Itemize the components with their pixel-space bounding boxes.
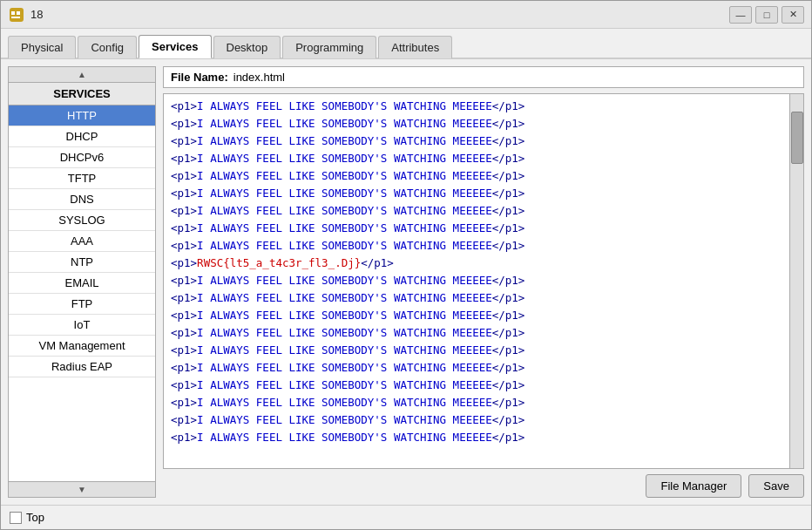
content-line: <p1>I ALWAYS FEEL LIKE SOMEBODY'S WATCHI…: [171, 202, 782, 220]
sidebar-item-ntp[interactable]: NTP: [9, 252, 155, 273]
window-title: 18: [30, 8, 729, 21]
sidebar-item-http[interactable]: HTTP: [9, 105, 155, 126]
minimize-button[interactable]: —: [729, 6, 752, 24]
sidebar-item-dhcp[interactable]: DHCP: [9, 126, 155, 147]
sidebar-list: HTTPDHCPDHCPv6TFTPDNSSYSLOGAAANTPEMAILFT…: [9, 105, 155, 481]
content-line: <p1>I ALWAYS FEEL LIKE SOMEBODY'S WATCHI…: [171, 289, 782, 307]
tab-bar: Physical Config Services Desktop Program…: [1, 29, 811, 59]
content-line: <p1>I ALWAYS FEEL LIKE SOMEBODY'S WATCHI…: [171, 359, 782, 377]
content-line: <p1>I ALWAYS FEEL LIKE SOMEBODY'S WATCHI…: [171, 429, 782, 446]
content-line: <p1>I ALWAYS FEEL LIKE SOMEBODY'S WATCHI…: [171, 377, 782, 394]
content-line: <p1>I ALWAYS FEEL LIKE SOMEBODY'S WATCHI…: [171, 237, 782, 255]
sidebar-header: SERVICES: [9, 83, 155, 105]
filename-bar: File Name: index.html: [163, 66, 804, 88]
sidebar-item-email[interactable]: EMAIL: [9, 273, 155, 294]
content-line: <p1>I ALWAYS FEEL LIKE SOMEBODY'S WATCHI…: [171, 324, 782, 342]
tab-services[interactable]: Services: [139, 35, 212, 58]
maximize-button[interactable]: □: [755, 6, 778, 24]
sidebar-item-ftp[interactable]: FTP: [9, 294, 155, 315]
close-button[interactable]: ✕: [782, 6, 804, 24]
sidebar-item-aaa[interactable]: AAA: [9, 231, 155, 252]
scrollbar-thumb[interactable]: [791, 112, 803, 164]
tab-attributes[interactable]: Attributes: [378, 36, 452, 58]
main-window: 18 — □ ✕ Physical Config Services Deskto…: [0, 0, 812, 530]
app-icon: [8, 6, 25, 24]
title-bar: 18 — □ ✕: [1, 1, 811, 29]
svg-rect-2: [17, 11, 20, 15]
sidebar-item-syslog[interactable]: SYSLOG: [9, 210, 155, 231]
tab-physical[interactable]: Physical: [8, 36, 76, 58]
content-line: <p1>I ALWAYS FEEL LIKE SOMEBODY'S WATCHI…: [171, 307, 782, 324]
content-line: <p1>I ALWAYS FEEL LIKE SOMEBODY'S WATCHI…: [171, 167, 782, 185]
scrollbar-track[interactable]: [789, 94, 803, 468]
tab-desktop[interactable]: Desktop: [213, 36, 281, 58]
svg-rect-3: [11, 17, 20, 18]
content-line: <p1>I ALWAYS FEEL LIKE SOMEBODY'S WATCHI…: [171, 342, 782, 359]
sidebar-item-radius-eap[interactable]: Radius EAP: [9, 357, 155, 377]
status-bar: Top: [1, 505, 811, 529]
sidebar-item-iot[interactable]: IoT: [9, 315, 155, 336]
content-line: <p1>I ALWAYS FEEL LIKE SOMEBODY'S WATCHI…: [171, 98, 782, 115]
scroll-up-button[interactable]: ▲: [9, 67, 155, 83]
scroll-down-button[interactable]: ▼: [9, 481, 155, 497]
main-content: ▲ SERVICES HTTPDHCPDHCPv6TFTPDNSSYSLOGAA…: [1, 59, 811, 505]
svg-rect-1: [11, 11, 15, 15]
filename-value: index.html: [233, 71, 285, 84]
content-line: <p1>I ALWAYS FEEL LIKE SOMEBODY'S WATCHI…: [171, 272, 782, 289]
content-line: <p1>I ALWAYS FEEL LIKE SOMEBODY'S WATCHI…: [171, 185, 782, 202]
content-line: <p1>RWSC{lt5_a_t4c3r_fl3_.Dj}</p1>: [171, 255, 782, 272]
content-text[interactable]: <p1>I ALWAYS FEEL LIKE SOMEBODY'S WATCHI…: [164, 94, 789, 468]
window-controls: — □ ✕: [729, 6, 804, 24]
sidebar-item-dns[interactable]: DNS: [9, 189, 155, 210]
content-line: <p1>I ALWAYS FEEL LIKE SOMEBODY'S WATCHI…: [171, 394, 782, 411]
sidebar: ▲ SERVICES HTTPDHCPDHCPv6TFTPDNSSYSLOGAA…: [8, 66, 156, 498]
right-panel: File Name: index.html <p1>I ALWAYS FEEL …: [163, 66, 804, 498]
sidebar-item-tftp[interactable]: TFTP: [9, 168, 155, 189]
content-line: <p1>I ALWAYS FEEL LIKE SOMEBODY'S WATCHI…: [171, 220, 782, 237]
save-button[interactable]: Save: [748, 474, 804, 498]
content-area: <p1>I ALWAYS FEEL LIKE SOMEBODY'S WATCHI…: [163, 93, 804, 469]
top-checkbox-wrapper[interactable]: Top: [10, 511, 44, 524]
file-manager-button[interactable]: File Manager: [646, 474, 741, 498]
tab-programming[interactable]: Programming: [282, 36, 376, 58]
content-line: <p1>I ALWAYS FEEL LIKE SOMEBODY'S WATCHI…: [171, 132, 782, 150]
bottom-buttons: File Manager Save: [163, 474, 804, 498]
content-line: <p1>I ALWAYS FEEL LIKE SOMEBODY'S WATCHI…: [171, 411, 782, 429]
top-checkbox[interactable]: [10, 512, 22, 524]
filename-label: File Name:: [171, 71, 228, 84]
content-line: <p1>I ALWAYS FEEL LIKE SOMEBODY'S WATCHI…: [171, 115, 782, 132]
sidebar-item-vm-management[interactable]: VM Management: [9, 336, 155, 357]
tab-config[interactable]: Config: [78, 36, 137, 58]
top-checkbox-label: Top: [26, 511, 44, 524]
content-line: <p1>I ALWAYS FEEL LIKE SOMEBODY'S WATCHI…: [171, 150, 782, 167]
sidebar-item-dhcpv6[interactable]: DHCPv6: [9, 147, 155, 168]
